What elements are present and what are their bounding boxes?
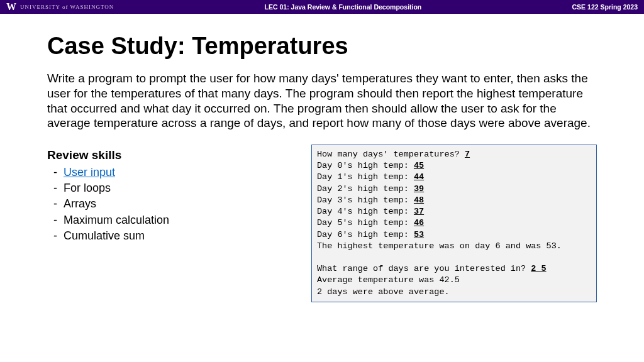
university-name: UNIVERSITY of WASHINGTON [20, 4, 114, 10]
console-line: Day 4's high temp: 37 [317, 206, 591, 217]
console-line: Day 5's high temp: 46 [317, 217, 591, 229]
console-user-input: 46 [414, 218, 424, 228]
review-skill-item: Arrays [66, 196, 286, 212]
review-skills-block: Review skills User inputFor loopsArraysM… [47, 148, 286, 302]
review-skill-list: User inputFor loopsArraysMaximum calcula… [47, 165, 286, 244]
description-text: Write a program to prompt the user for h… [47, 71, 601, 131]
console-line: How many days' temperatures? 7 [317, 149, 591, 160]
console-output: How many days' temperatures? 7Day 0's hi… [311, 145, 597, 302]
header-left: W UNIVERSITY of WASHINGTON [6, 1, 114, 13]
course-label: CSE 122 Spring 2023 [572, 3, 638, 11]
review-skill-item: Maximum calculation [66, 212, 286, 228]
slide-content: Case Study: Temperatures Write a program… [0, 14, 644, 302]
review-heading: Review skills [47, 148, 286, 162]
uw-logo-icon: W [6, 1, 16, 13]
console-user-input: 39 [414, 184, 424, 194]
console-line: Day 0's high temp: 45 [317, 160, 591, 172]
slide-header: W UNIVERSITY of WASHINGTON LEC 01: Java … [0, 0, 644, 14]
console-line: 2 days were above average. [317, 287, 591, 298]
console-line: Day 3's high temp: 48 [317, 195, 591, 206]
console-user-input: 45 [414, 161, 424, 170]
review-skill-link[interactable]: User input [64, 166, 115, 178]
review-skill-item: For loops [66, 180, 286, 196]
console-line [317, 252, 591, 263]
console-line: Day 6's high temp: 53 [317, 229, 591, 241]
console-user-input: 48 [414, 195, 424, 205]
console-line: Day 2's high temp: 39 [317, 184, 591, 195]
console-user-input: 37 [414, 207, 424, 216]
console-line: The highest temperature was on day 6 and… [317, 241, 591, 252]
slide-title: Case Study: Temperatures [47, 33, 597, 60]
console-user-input: 53 [414, 230, 424, 239]
console-user-input: 44 [414, 172, 424, 182]
review-skill-item: User input [66, 165, 286, 180]
lower-row: Review skills User inputFor loopsArraysM… [47, 148, 597, 302]
lecture-label: LEC 01: Java Review & Functional Decompo… [265, 3, 422, 11]
console-user-input: 7 [465, 150, 470, 159]
console-line: Day 1's high temp: 44 [317, 172, 591, 183]
review-skill-item: Cumulative sum [66, 228, 286, 244]
console-user-input: 2 5 [531, 264, 546, 273]
console-line: Average temperature was 42.5 [317, 275, 591, 286]
console-line: What range of days are you interested in… [317, 263, 591, 275]
